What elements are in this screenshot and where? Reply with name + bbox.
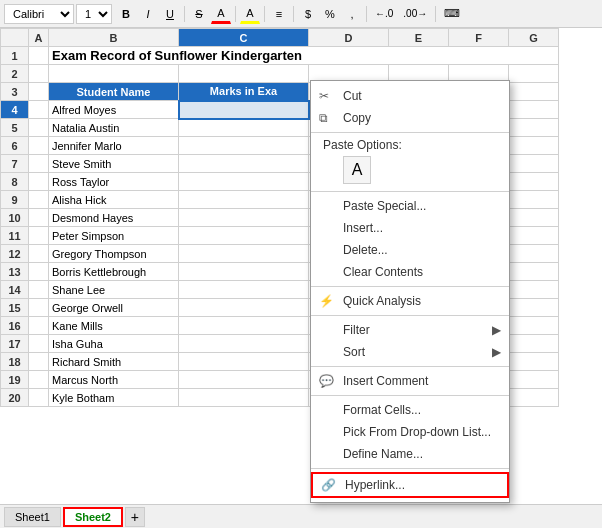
tab-sheet2[interactable]: Sheet2 [63,507,123,527]
italic-button[interactable]: I [138,4,158,24]
menu-clear-contents[interactable]: Clear Contents [311,261,509,283]
cell-b2[interactable] [49,65,179,83]
cell-b6[interactable]: Jennifer Marlo [49,137,179,155]
cell-b11[interactable]: Peter Simpson [49,227,179,245]
cell-c8[interactable] [179,173,309,191]
cell-a8[interactable] [29,173,49,191]
cell-c12[interactable] [179,245,309,263]
cell-b20[interactable]: Kyle Botham [49,389,179,407]
cell-b1[interactable]: Exam Record of Sunflower Kindergarten [49,47,559,65]
cell-g6[interactable] [509,137,559,155]
cell-a10[interactable] [29,209,49,227]
col-header-g[interactable]: G [509,29,559,47]
cell-a11[interactable] [29,227,49,245]
cell-b9[interactable]: Alisha Hick [49,191,179,209]
cell-c5[interactable] [179,119,309,137]
cell-b5[interactable]: Natalia Austin [49,119,179,137]
col-header-c[interactable]: C [179,29,309,47]
font-selector[interactable]: Calibri [4,4,74,24]
menu-delete[interactable]: Delete... [311,239,509,261]
cell-g20[interactable] [509,389,559,407]
cell-c19[interactable] [179,371,309,389]
cell-b8[interactable]: Ross Taylor [49,173,179,191]
menu-insert[interactable]: Insert... [311,217,509,239]
underline-button[interactable]: U [160,4,180,24]
row-header-6[interactable]: 6 [1,137,29,155]
cell-c11[interactable] [179,227,309,245]
cell-c3[interactable]: Marks in Exa [179,83,309,101]
row-header-19[interactable]: 19 [1,371,29,389]
cell-b4[interactable]: Alfred Moyes [49,101,179,119]
cell-a16[interactable] [29,317,49,335]
menu-copy[interactable]: ⧉ Copy [311,107,509,129]
align-left-button[interactable]: ≡ [269,4,289,24]
row-header-11[interactable]: 11 [1,227,29,245]
cell-b16[interactable]: Kane Mills [49,317,179,335]
cell-b19[interactable]: Marcus North [49,371,179,389]
cell-g7[interactable] [509,155,559,173]
col-header-a[interactable]: A [29,29,49,47]
cell-g13[interactable] [509,263,559,281]
paste-icon-box[interactable]: A [343,156,371,184]
cell-g4[interactable] [509,101,559,119]
cell-a20[interactable] [29,389,49,407]
row-header-2[interactable]: 2 [1,65,29,83]
add-sheet-button[interactable]: + [125,507,145,527]
cell-a15[interactable] [29,299,49,317]
menu-define-name[interactable]: Define Name... [311,443,509,465]
menu-sort[interactable]: Sort ▶ [311,341,509,363]
row-header-10[interactable]: 10 [1,209,29,227]
cell-a2[interactable] [29,65,49,83]
menu-hyperlink[interactable]: 🔗 Hyperlink... [311,472,509,498]
row-header-16[interactable]: 16 [1,317,29,335]
row-header-7[interactable]: 7 [1,155,29,173]
decrease-decimal-button[interactable]: ←.0 [371,4,397,24]
cell-a1[interactable] [29,47,49,65]
cell-a3[interactable] [29,83,49,101]
col-header-f[interactable]: F [449,29,509,47]
tab-sheet1[interactable]: Sheet1 [4,507,61,527]
strikethrough-button[interactable]: S [189,4,209,24]
cell-c18[interactable] [179,353,309,371]
cell-b12[interactable]: Gregory Thompson [49,245,179,263]
bold-button[interactable]: B [116,4,136,24]
cell-g11[interactable] [509,227,559,245]
row-header-9[interactable]: 9 [1,191,29,209]
row-header-14[interactable]: 14 [1,281,29,299]
cell-g8[interactable] [509,173,559,191]
highlight-button[interactable]: A [240,4,260,24]
cell-g9[interactable] [509,191,559,209]
row-header-4[interactable]: 4 [1,101,29,119]
row-header-15[interactable]: 15 [1,299,29,317]
cell-a17[interactable] [29,335,49,353]
cell-g18[interactable] [509,353,559,371]
row-header-18[interactable]: 18 [1,353,29,371]
cell-c14[interactable] [179,281,309,299]
cell-c4[interactable] [179,101,309,119]
col-header-b[interactable]: B [49,29,179,47]
cell-b7[interactable]: Steve Smith [49,155,179,173]
cell-b17[interactable]: Isha Guha [49,335,179,353]
cell-g14[interactable] [509,281,559,299]
cell-c15[interactable] [179,299,309,317]
cell-c2[interactable] [179,65,309,83]
row-header-17[interactable]: 17 [1,335,29,353]
cell-g17[interactable] [509,335,559,353]
cell-c20[interactable] [179,389,309,407]
cell-a13[interactable] [29,263,49,281]
row-header-8[interactable]: 8 [1,173,29,191]
dollar-button[interactable]: $ [298,4,318,24]
cell-c16[interactable] [179,317,309,335]
menu-paste-special[interactable]: Paste Special... [311,195,509,217]
cell-g10[interactable] [509,209,559,227]
comma-button[interactable]: , [342,4,362,24]
cell-a5[interactable] [29,119,49,137]
font-color-button[interactable]: A [211,4,231,24]
cell-c6[interactable] [179,137,309,155]
cell-a6[interactable] [29,137,49,155]
menu-pick-dropdown[interactable]: Pick From Drop-down List... [311,421,509,443]
format-button[interactable]: ⌨ [440,4,464,24]
cell-a7[interactable] [29,155,49,173]
cell-a18[interactable] [29,353,49,371]
cell-a9[interactable] [29,191,49,209]
